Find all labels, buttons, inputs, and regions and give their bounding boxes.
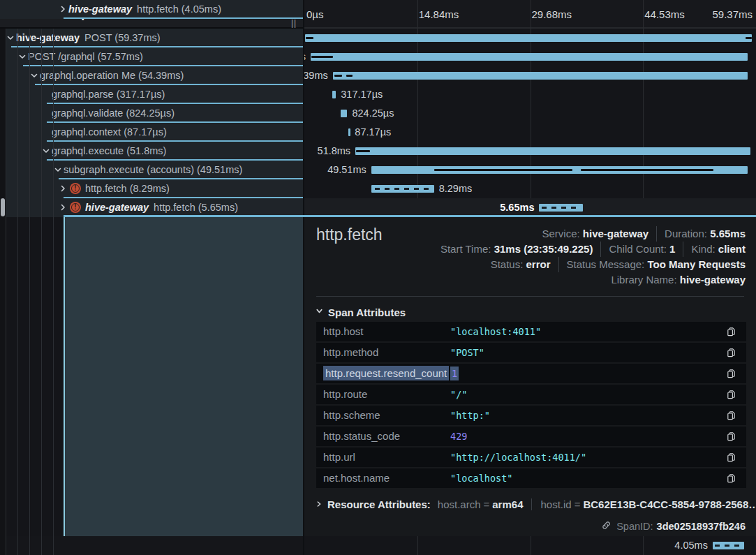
span-bar[interactable] (311, 53, 748, 61)
operation-label: graphql.execute (51.8ms) (52, 145, 166, 156)
attribute-row[interactable]: http.route"/" (316, 385, 746, 406)
timeline-tick: 44.53ms (644, 8, 685, 20)
duration-label: 824.25µs (352, 104, 394, 123)
attribute-value: "/" (450, 385, 467, 404)
timeline-row[interactable]: 87.17µs (304, 123, 756, 142)
resource-attribute-pairs: host.arch=arm64host.id=BC62E13B-C4CC-585… (438, 498, 756, 510)
meta-value: 1 (669, 243, 675, 255)
service-name: hive-gateway (85, 202, 149, 213)
attribute-row[interactable]: http.status_code429 (316, 427, 746, 447)
span-attributes-section-header[interactable]: Span Attributes (315, 306, 406, 318)
timeline-row[interactable]: 824.25µs (304, 104, 756, 123)
tree-lower-area (0, 217, 303, 536)
operation-label: graphql.operation Me (54.39ms) (40, 70, 184, 81)
span-attributes-table: http.host"localhost:4011"http.method"POS… (316, 322, 746, 489)
tree-row[interactable]: graphql.operation Me (54.39ms) (0, 66, 303, 85)
tree-row-bottom[interactable]: hive-gatewayhttp.fetch (4.05ms) (0, 0, 303, 19)
timeline-row[interactable]: 59.37ms (304, 29, 756, 47)
timeline-row[interactable]: 8.29ms (304, 179, 756, 198)
tree-scrollbar-thumb[interactable] (1, 198, 5, 216)
meta-line: Service: hive-gatewayDuration: 5.65ms (440, 226, 746, 242)
chevron-down-icon (315, 306, 324, 318)
meta-value: client (718, 243, 746, 255)
attribute-row[interactable]: http.request.resend_count1 (316, 364, 746, 385)
resource-attributes-label: Resource Attributes: (327, 498, 431, 510)
attribute-row[interactable]: http.host"localhost:4011" (316, 322, 746, 343)
chevron-down-icon[interactable] (6, 33, 15, 43)
timeline-row[interactable]: 4.05ms (304, 536, 756, 555)
timeline-row[interactable]: 49.51ms (304, 161, 756, 179)
resource-pair: host.id=BC62E13B-C4CC-5854-9788-2568… (531, 498, 756, 510)
timeline-row[interactable]: 317.17µs (304, 85, 756, 104)
indent-guide (29, 29, 30, 555)
attribute-row[interactable]: http.url"http://localhost:4011/" (316, 447, 746, 468)
trace-viewer: Service & Operation || hive-gatewayPOST … (0, 0, 756, 555)
section-title: Span Attributes (328, 306, 406, 318)
span-detail-panel: http.fetch Service: hive-gatewayDuration… (304, 217, 756, 536)
tree-row-content: hive-gatewayhttp.fetch (5.65ms) (58, 198, 238, 216)
span-tree-panel: Service & Operation || hive-gatewayPOST … (0, 0, 303, 555)
tree-row-content: hive-gatewayhttp.fetch (4.05ms) (58, 0, 221, 17)
selected-span-region[interactable] (64, 217, 303, 536)
span-bar[interactable] (305, 34, 752, 42)
operation-label: graphql.context (87.17µs) (52, 126, 167, 138)
attribute-row[interactable]: net.host.name"localhost" (316, 468, 746, 489)
tree-row[interactable]: subgraph.execute (accounts) (49.51ms) (0, 161, 303, 179)
attribute-value: "http:" (450, 406, 490, 425)
attribute-value: 1 (450, 364, 459, 383)
timeline-row[interactable]: 51.8ms (304, 142, 756, 161)
copy-icon[interactable] (726, 410, 736, 421)
timeline-ruler: 0µs14.84ms29.68ms44.53ms59.37ms (304, 0, 756, 29)
chevron-down-icon[interactable] (29, 71, 39, 80)
chevron-right-icon[interactable] (58, 4, 68, 14)
span-bar[interactable] (332, 91, 336, 98)
span-bar[interactable] (348, 128, 350, 136)
error-icon (70, 183, 81, 194)
copy-icon[interactable] (726, 369, 736, 379)
chevron-down-icon[interactable] (41, 146, 51, 156)
copy-icon[interactable] (726, 473, 736, 484)
timeline-row[interactable]: 57.57ms (304, 47, 756, 66)
tree-row[interactable]: hive-gatewayhttp.fetch (5.65ms) (0, 198, 303, 217)
copy-icon[interactable] (726, 327, 736, 337)
meta-label: Service: (542, 228, 583, 239)
chevron-right-icon[interactable] (58, 202, 68, 212)
attribute-key: http.scheme (323, 406, 380, 425)
operation-label: graphql.validate (824.25µs) (52, 108, 175, 119)
chevron-down-icon[interactable] (53, 165, 63, 175)
chevron-right-icon[interactable] (58, 184, 68, 193)
tree-row[interactable]: graphql.validate (824.25µs) (0, 104, 303, 123)
timeline-panel: 0µs14.84ms29.68ms44.53ms59.37ms 59.37ms5… (304, 0, 756, 555)
copy-icon[interactable] (726, 431, 736, 442)
meta-value: 5.65ms (710, 228, 746, 239)
tree-row[interactable]: http.fetch (8.29ms) (0, 179, 303, 198)
tree-row[interactable]: graphql.context (87.17µs) (0, 123, 303, 142)
span-event-mark (334, 75, 342, 77)
panel-resize-handle[interactable]: || (291, 18, 297, 28)
span-event-mark (346, 75, 353, 77)
span-bar[interactable] (355, 147, 750, 155)
timeline-row[interactable]: 5.65ms (304, 198, 756, 217)
service-name: hive-gateway (68, 3, 132, 15)
timeline-row[interactable]: 54.39ms (304, 66, 756, 85)
operation-label: http.fetch (5.65ms) (154, 202, 238, 213)
copy-icon[interactable] (726, 348, 736, 358)
attribute-row[interactable]: http.method"POST" (316, 343, 746, 364)
tree-row[interactable]: graphql.parse (317.17µs) (0, 85, 303, 104)
attribute-row[interactable]: http.scheme"http:" (316, 406, 746, 427)
copy-icon[interactable] (726, 390, 736, 400)
span-bar[interactable] (333, 72, 748, 80)
tree-row[interactable]: graphql.execute (51.8ms) (0, 142, 303, 161)
chevron-down-icon[interactable] (17, 52, 27, 61)
attribute-value: 429 (450, 427, 467, 446)
attribute-value: "http://localhost:4011/" (450, 447, 586, 467)
link-icon[interactable] (601, 520, 612, 533)
tree-row-content: http.fetch (8.29ms) (58, 179, 170, 197)
span-bar[interactable] (341, 110, 348, 117)
meta-item: Kind: client (683, 242, 746, 257)
resource-attributes-row[interactable]: Resource Attributes: host.arch=arm64host… (315, 498, 756, 510)
copy-icon[interactable] (726, 452, 736, 463)
tree-row[interactable]: hive-gatewayPOST (59.37ms) (0, 29, 303, 47)
tree-row[interactable]: POST /graphql (57.57ms) (0, 47, 303, 66)
panel-divider[interactable] (303, 0, 304, 555)
